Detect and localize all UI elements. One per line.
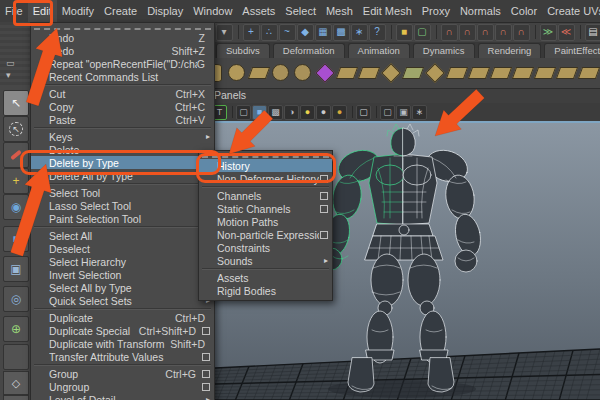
menubar-item-create-uvs[interactable]: Create UVs	[542, 0, 600, 22]
scale-tool[interactable]: ■	[3, 226, 29, 252]
smooth-shade-display-icon[interactable]: ■	[252, 105, 267, 120]
help-icon[interactable]: ?	[369, 24, 386, 41]
snap-to-view-icon[interactable]: ∩	[513, 24, 530, 41]
poly-sphere3-icon[interactable]	[293, 62, 312, 83]
rotate-tool[interactable]: ◉	[3, 194, 29, 220]
menubar-item-color[interactable]: Color	[506, 0, 542, 22]
input-connections-icon[interactable]: ≫	[540, 24, 557, 41]
submenu-item-motion-paths[interactable]: Motion Paths	[199, 215, 332, 228]
edit-menu-item-lasso-select-tool[interactable]: Lasso Select Tool	[31, 199, 214, 212]
submenu-item-non-deformer-history[interactable]: Non-Deformer History	[199, 172, 332, 185]
option-box-icon[interactable]	[201, 327, 210, 335]
menubar-item-create[interactable]: Create	[99, 0, 142, 22]
edit-menu-item-cut[interactable]: CutCtrl+X	[31, 87, 214, 100]
all-lights-icon[interactable]: ●	[332, 105, 347, 120]
select-tool[interactable]: ↖	[3, 90, 29, 116]
menubar-item-proxy[interactable]: Proxy	[417, 0, 455, 22]
option-box-icon[interactable]	[319, 231, 328, 239]
edit-menu-item-ungroup[interactable]: Ungroup	[31, 380, 214, 393]
edit-menu-item-paint-selection-tool[interactable]: Paint Selection Tool	[31, 212, 214, 225]
submenu-item-history[interactable]: History	[199, 159, 332, 172]
shelf-tab-subdivs[interactable]: Subdivs	[216, 43, 270, 58]
share-view-icon[interactable]: ∗	[412, 105, 427, 120]
soft-modification-tool[interactable]: ◎	[3, 286, 29, 312]
surfaces-icon[interactable]: ◆	[297, 24, 314, 41]
edit-menu-item-delete-all-by-type[interactable]: Delete All by Type▸	[31, 169, 214, 182]
poly-combine-icon[interactable]	[535, 62, 554, 83]
edit-menu-item-undo[interactable]: UndoZ	[31, 31, 214, 44]
checkered-display-icon[interactable]: ◑	[284, 105, 299, 120]
edit-menu-item-invert-selection[interactable]: Invert Selection	[31, 268, 214, 281]
poly-separate-icon[interactable]	[557, 62, 576, 83]
last-tool-slot[interactable]	[3, 344, 29, 370]
option-box-icon[interactable]	[319, 192, 328, 200]
submenu-tearoff-handle[interactable]	[202, 151, 329, 158]
poly-extrude-icon[interactable]	[337, 62, 356, 83]
poly-mirror-icon[interactable]	[249, 62, 268, 83]
edit-menu-item-select-tool[interactable]: Select Tool	[31, 186, 214, 199]
menu-tearoff-handle[interactable]	[34, 23, 211, 30]
menubar-item-normals[interactable]: Normals	[455, 0, 506, 22]
submenu-item-constraints[interactable]: Constraints	[199, 241, 332, 254]
submenu-item-rigid-bodies[interactable]: Rigid Bodies	[199, 284, 332, 297]
poly-wedge-icon[interactable]	[469, 62, 488, 83]
paint-selection-tool[interactable]	[3, 142, 29, 168]
submenu-item-non-particle-expressions[interactable]: Non-particle Expressions	[199, 228, 332, 241]
edit-menu-item-group[interactable]: GroupCtrl+G	[31, 367, 214, 380]
poly-triangulate-icon[interactable]	[579, 62, 598, 83]
shelf-tab-deformation[interactable]: Deformation	[273, 43, 345, 58]
poly-bevel-icon[interactable]	[425, 62, 444, 83]
single-pane-layout-button[interactable]: ◇	[3, 371, 29, 395]
shelf-tab-rendering[interactable]: Rendering	[478, 43, 542, 58]
menubar-item-assets[interactable]: Assets	[237, 0, 280, 22]
xray-display-icon[interactable]: ▢	[380, 105, 395, 120]
snap-to-planes-icon[interactable]: ∩	[495, 24, 512, 41]
move-tool[interactable]: +	[3, 168, 29, 194]
isolate-select-icon[interactable]: ▣	[396, 105, 411, 120]
edit-menu-item-select-hierarchy[interactable]: Select Hierarchy	[31, 255, 214, 268]
curve-icon[interactable]: ~	[279, 24, 296, 41]
edit-menu-item-transfer-attribute-values[interactable]: Transfer Attribute Values	[31, 350, 214, 363]
snap-link-icon[interactable]: ∴	[261, 24, 278, 41]
chevron-down-icon[interactable]: ▾	[6, 70, 11, 80]
edit-menu-item-quick-select-sets[interactable]: Quick Select Sets▸	[31, 294, 214, 307]
shelf-visibility-chevron-icon[interactable]: ▾	[216, 24, 233, 41]
shelf-tab-dynamics[interactable]: Dynamics	[413, 43, 475, 58]
menubar-item-select[interactable]: Select	[280, 0, 321, 22]
flat-lighting-icon[interactable]: ●	[316, 105, 331, 120]
submenu-item-static-channels[interactable]: Static Channels	[199, 202, 332, 215]
menubar-item-mesh[interactable]: Mesh	[321, 0, 358, 22]
edit-menu-item-duplicate-with-transform[interactable]: Duplicate with TransformShift+D	[31, 337, 214, 350]
poly-split-icon[interactable]	[403, 62, 422, 83]
edit-menu-item-duplicate[interactable]: DuplicateCtrl+D	[31, 311, 214, 324]
poly-sphere2-icon[interactable]	[271, 62, 290, 83]
menubar-item-modify[interactable]: Modify	[57, 0, 99, 22]
option-box-icon[interactable]	[201, 353, 210, 361]
slider-widget-icon[interactable]: ▭	[6, 58, 15, 68]
universal-manipulator-tool[interactable]: ▣	[3, 256, 29, 282]
submenu-item-sounds[interactable]: Sounds▸	[199, 254, 332, 267]
edit-menu-item-redo[interactable]: RedoShift+Z	[31, 44, 214, 57]
selection-highlight-icon[interactable]: ▢	[356, 105, 371, 120]
option-box-icon[interactable]	[201, 370, 210, 378]
edit-menu-item-select-all-by-type[interactable]: Select All by Type▸	[31, 281, 214, 294]
poly-sphere-icon[interactable]	[227, 62, 246, 83]
poly-bridge-icon[interactable]	[359, 62, 378, 83]
menubar-item-edit-mesh[interactable]: Edit Mesh	[358, 0, 417, 22]
option-box-icon[interactable]	[319, 175, 328, 183]
lattice-icon[interactable]: ▦	[315, 24, 332, 41]
edit-menu-item-keys[interactable]: Keys▸	[31, 130, 214, 143]
lock-selection-icon[interactable]: ■	[396, 24, 413, 41]
wireframe-display-icon[interactable]: ▢	[236, 105, 251, 120]
shelf-tab-animation[interactable]: Animation	[348, 43, 410, 58]
deformer-icon[interactable]: ▩	[333, 24, 350, 41]
poly-merge-icon[interactable]	[447, 62, 466, 83]
edit-menu-item-copy[interactable]: CopyCtrl+C	[31, 100, 214, 113]
submenu-item-assets[interactable]: Assets	[199, 271, 332, 284]
lasso-select-tool[interactable]: ↖	[3, 116, 29, 142]
edit-menu-item-paste[interactable]: PasteCtrl+V	[31, 113, 214, 126]
edit-menu-item-duplicate-special[interactable]: Duplicate SpecialCtrl+Shift+D	[31, 324, 214, 337]
poly-smooth-icon[interactable]	[315, 62, 334, 83]
edit-menu-item-level-of-detail[interactable]: Level of Detail▸	[31, 393, 214, 400]
show-manipulator-tool[interactable]: ⊕	[3, 316, 29, 342]
